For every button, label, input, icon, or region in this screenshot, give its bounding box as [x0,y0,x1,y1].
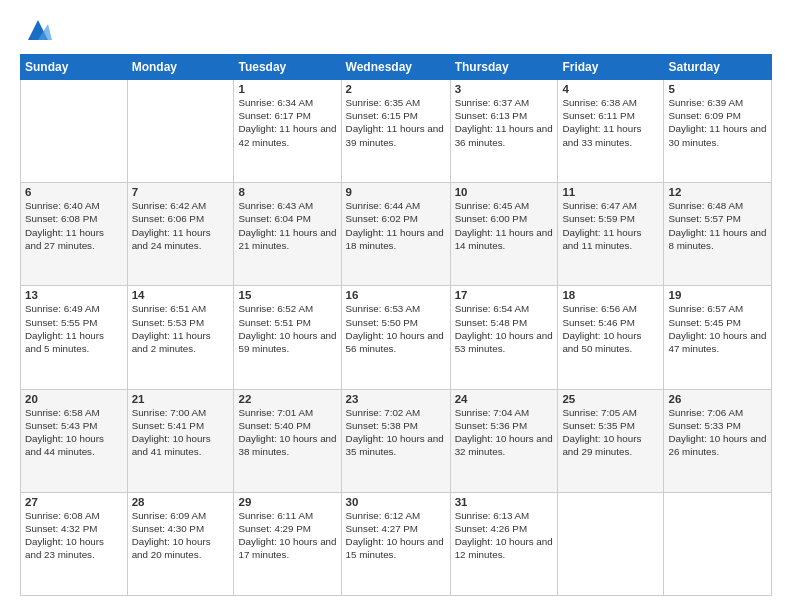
calendar-cell: 13Sunrise: 6:49 AM Sunset: 5:55 PM Dayli… [21,286,128,389]
day-info: Sunrise: 6:11 AM Sunset: 4:29 PM Dayligh… [238,509,336,562]
day-info: Sunrise: 6:43 AM Sunset: 6:04 PM Dayligh… [238,199,336,252]
day-info: Sunrise: 6:56 AM Sunset: 5:46 PM Dayligh… [562,302,659,355]
day-info: Sunrise: 6:34 AM Sunset: 6:17 PM Dayligh… [238,96,336,149]
calendar-cell: 31Sunrise: 6:13 AM Sunset: 4:26 PM Dayli… [450,492,558,595]
day-number: 19 [668,289,767,301]
calendar-cell: 22Sunrise: 7:01 AM Sunset: 5:40 PM Dayli… [234,389,341,492]
day-number: 2 [346,83,446,95]
day-info: Sunrise: 6:37 AM Sunset: 6:13 PM Dayligh… [455,96,554,149]
calendar-cell: 29Sunrise: 6:11 AM Sunset: 4:29 PM Dayli… [234,492,341,595]
calendar-table: SundayMondayTuesdayWednesdayThursdayFrid… [20,54,772,596]
day-number: 30 [346,496,446,508]
day-info: Sunrise: 6:39 AM Sunset: 6:09 PM Dayligh… [668,96,767,149]
week-row-3: 13Sunrise: 6:49 AM Sunset: 5:55 PM Dayli… [21,286,772,389]
calendar-cell: 18Sunrise: 6:56 AM Sunset: 5:46 PM Dayli… [558,286,664,389]
week-row-5: 27Sunrise: 6:08 AM Sunset: 4:32 PM Dayli… [21,492,772,595]
day-info: Sunrise: 6:35 AM Sunset: 6:15 PM Dayligh… [346,96,446,149]
calendar-cell [127,80,234,183]
day-info: Sunrise: 6:13 AM Sunset: 4:26 PM Dayligh… [455,509,554,562]
weekday-monday: Monday [127,55,234,80]
day-number: 13 [25,289,123,301]
day-number: 21 [132,393,230,405]
calendar-cell: 25Sunrise: 7:05 AM Sunset: 5:35 PM Dayli… [558,389,664,492]
calendar-cell: 20Sunrise: 6:58 AM Sunset: 5:43 PM Dayli… [21,389,128,492]
day-info: Sunrise: 6:44 AM Sunset: 6:02 PM Dayligh… [346,199,446,252]
day-info: Sunrise: 6:58 AM Sunset: 5:43 PM Dayligh… [25,406,123,459]
day-number: 10 [455,186,554,198]
calendar-cell: 14Sunrise: 6:51 AM Sunset: 5:53 PM Dayli… [127,286,234,389]
day-number: 28 [132,496,230,508]
calendar-cell: 1Sunrise: 6:34 AM Sunset: 6:17 PM Daylig… [234,80,341,183]
page: SundayMondayTuesdayWednesdayThursdayFrid… [0,0,792,612]
day-info: Sunrise: 6:40 AM Sunset: 6:08 PM Dayligh… [25,199,123,252]
calendar-cell: 30Sunrise: 6:12 AM Sunset: 4:27 PM Dayli… [341,492,450,595]
day-info: Sunrise: 6:49 AM Sunset: 5:55 PM Dayligh… [25,302,123,355]
weekday-saturday: Saturday [664,55,772,80]
weekday-wednesday: Wednesday [341,55,450,80]
day-info: Sunrise: 6:57 AM Sunset: 5:45 PM Dayligh… [668,302,767,355]
calendar-cell: 15Sunrise: 6:52 AM Sunset: 5:51 PM Dayli… [234,286,341,389]
day-number: 1 [238,83,336,95]
calendar-cell: 9Sunrise: 6:44 AM Sunset: 6:02 PM Daylig… [341,183,450,286]
day-number: 31 [455,496,554,508]
day-number: 17 [455,289,554,301]
calendar-cell: 2Sunrise: 6:35 AM Sunset: 6:15 PM Daylig… [341,80,450,183]
day-number: 6 [25,186,123,198]
week-row-1: 1Sunrise: 6:34 AM Sunset: 6:17 PM Daylig… [21,80,772,183]
day-info: Sunrise: 6:42 AM Sunset: 6:06 PM Dayligh… [132,199,230,252]
day-number: 22 [238,393,336,405]
calendar-cell: 19Sunrise: 6:57 AM Sunset: 5:45 PM Dayli… [664,286,772,389]
day-number: 7 [132,186,230,198]
day-number: 14 [132,289,230,301]
day-info: Sunrise: 6:47 AM Sunset: 5:59 PM Dayligh… [562,199,659,252]
weekday-header-row: SundayMondayTuesdayWednesdayThursdayFrid… [21,55,772,80]
weekday-sunday: Sunday [21,55,128,80]
day-number: 23 [346,393,446,405]
day-number: 18 [562,289,659,301]
day-number: 29 [238,496,336,508]
day-number: 26 [668,393,767,405]
calendar-cell: 5Sunrise: 6:39 AM Sunset: 6:09 PM Daylig… [664,80,772,183]
day-number: 25 [562,393,659,405]
day-info: Sunrise: 6:08 AM Sunset: 4:32 PM Dayligh… [25,509,123,562]
calendar-cell [558,492,664,595]
calendar-cell: 17Sunrise: 6:54 AM Sunset: 5:48 PM Dayli… [450,286,558,389]
day-number: 9 [346,186,446,198]
calendar-cell [664,492,772,595]
calendar-cell: 8Sunrise: 6:43 AM Sunset: 6:04 PM Daylig… [234,183,341,286]
calendar-cell: 24Sunrise: 7:04 AM Sunset: 5:36 PM Dayli… [450,389,558,492]
day-info: Sunrise: 7:01 AM Sunset: 5:40 PM Dayligh… [238,406,336,459]
calendar-cell: 28Sunrise: 6:09 AM Sunset: 4:30 PM Dayli… [127,492,234,595]
day-info: Sunrise: 6:52 AM Sunset: 5:51 PM Dayligh… [238,302,336,355]
calendar-cell: 27Sunrise: 6:08 AM Sunset: 4:32 PM Dayli… [21,492,128,595]
calendar-cell: 21Sunrise: 7:00 AM Sunset: 5:41 PM Dayli… [127,389,234,492]
day-info: Sunrise: 6:54 AM Sunset: 5:48 PM Dayligh… [455,302,554,355]
day-info: Sunrise: 6:12 AM Sunset: 4:27 PM Dayligh… [346,509,446,562]
calendar-cell: 3Sunrise: 6:37 AM Sunset: 6:13 PM Daylig… [450,80,558,183]
calendar-cell: 7Sunrise: 6:42 AM Sunset: 6:06 PM Daylig… [127,183,234,286]
day-number: 5 [668,83,767,95]
week-row-4: 20Sunrise: 6:58 AM Sunset: 5:43 PM Dayli… [21,389,772,492]
day-info: Sunrise: 6:45 AM Sunset: 6:00 PM Dayligh… [455,199,554,252]
calendar-cell [21,80,128,183]
day-info: Sunrise: 7:05 AM Sunset: 5:35 PM Dayligh… [562,406,659,459]
day-number: 24 [455,393,554,405]
day-number: 12 [668,186,767,198]
day-number: 11 [562,186,659,198]
day-info: Sunrise: 6:38 AM Sunset: 6:11 PM Dayligh… [562,96,659,149]
calendar-cell: 6Sunrise: 6:40 AM Sunset: 6:08 PM Daylig… [21,183,128,286]
day-info: Sunrise: 7:06 AM Sunset: 5:33 PM Dayligh… [668,406,767,459]
logo-icon [24,16,52,44]
week-row-2: 6Sunrise: 6:40 AM Sunset: 6:08 PM Daylig… [21,183,772,286]
day-info: Sunrise: 6:53 AM Sunset: 5:50 PM Dayligh… [346,302,446,355]
day-info: Sunrise: 6:48 AM Sunset: 5:57 PM Dayligh… [668,199,767,252]
day-number: 16 [346,289,446,301]
calendar-cell: 10Sunrise: 6:45 AM Sunset: 6:00 PM Dayli… [450,183,558,286]
calendar-cell: 26Sunrise: 7:06 AM Sunset: 5:33 PM Dayli… [664,389,772,492]
day-number: 27 [25,496,123,508]
header [20,16,772,44]
day-info: Sunrise: 7:04 AM Sunset: 5:36 PM Dayligh… [455,406,554,459]
calendar-cell: 16Sunrise: 6:53 AM Sunset: 5:50 PM Dayli… [341,286,450,389]
calendar-cell: 23Sunrise: 7:02 AM Sunset: 5:38 PM Dayli… [341,389,450,492]
day-number: 15 [238,289,336,301]
